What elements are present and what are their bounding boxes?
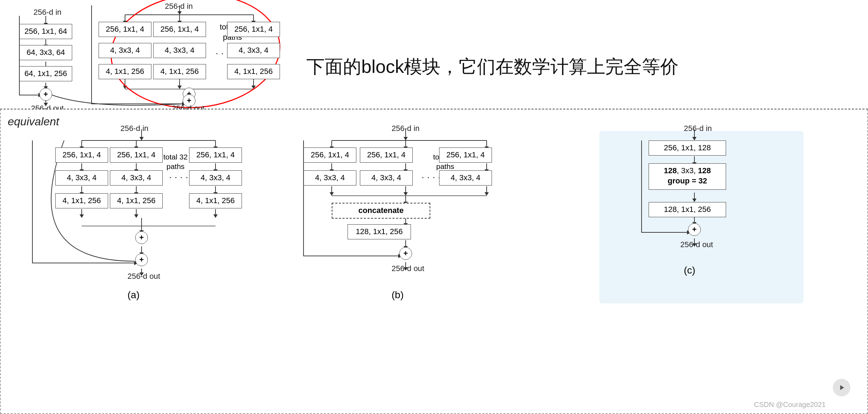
chinese-annotation: 下面的block模块，它们在数学计算上完全等价: [306, 55, 679, 79]
top-rc2-layer1: 256, 1x1, 4: [153, 22, 206, 37]
top-left-layer3: 64, 1x1, 256: [19, 66, 72, 81]
b-label: (b): [392, 289, 404, 301]
b-input-label: 256-d in: [392, 124, 420, 133]
svg-marker-43: [251, 86, 256, 89]
a-c2-l1: 256, 1x1, 4: [110, 148, 163, 163]
top-left-plus: +: [39, 88, 52, 101]
a-c4-l1: 256, 1x1, 4: [189, 148, 242, 163]
svg-marker-106: [485, 192, 489, 196]
c-l2: 128, 3x3, 128 group = 32: [649, 163, 726, 190]
b-c4-l1: 256, 1x1, 4: [439, 148, 492, 163]
play-button[interactable]: [833, 379, 850, 396]
b-c1-l1: 256, 1x1, 4: [304, 148, 356, 163]
b-plus: +: [399, 247, 412, 260]
b-output-label: 256-d out: [392, 264, 424, 273]
top-rc4-layer2: 4, 3x3, 4: [227, 43, 280, 58]
top-rc1-layer1: 256, 1x1, 4: [99, 22, 151, 37]
csdn-watermark: CSDN @Courage2021: [754, 401, 826, 409]
top-right-input-label: 256-d in: [165, 2, 193, 11]
b-c1-l2: 4, 3x3, 4: [304, 170, 356, 186]
a-dots: · · · ·: [169, 171, 188, 183]
a-c1-l3: 4, 1x1, 256: [55, 193, 108, 208]
top-rc1-layer3: 4, 1x1, 256: [99, 64, 151, 79]
b-dots: · · · ·: [421, 171, 441, 183]
a-c1-l2: 4, 3x3, 4: [55, 170, 108, 186]
c-bg: [599, 131, 804, 303]
top-rc2-layer3: 4, 1x1, 256: [153, 64, 206, 79]
a-total-paths: total 32 paths: [163, 152, 188, 171]
a-c2-l3: 4, 1x1, 256: [110, 193, 163, 208]
b-c2-l1: 256, 1x1, 4: [360, 148, 413, 163]
a-c1-l1: 256, 1x1, 4: [55, 148, 108, 163]
svg-marker-87: [404, 137, 408, 140]
a-c4-l3: 4, 1x1, 256: [189, 193, 242, 208]
b-c2-l2: 4, 3x3, 4: [360, 170, 413, 186]
svg-marker-102: [404, 192, 408, 196]
a-input-label: 256-d in: [120, 124, 149, 133]
a-c4-l2: 4, 3x3, 4: [189, 170, 242, 186]
bottom-section: equivalent: [0, 109, 868, 414]
top-left-layer1: 256, 1x1, 64: [19, 24, 72, 39]
svg-marker-51: [139, 137, 144, 140]
equivalent-label: equivalent: [8, 115, 59, 128]
a-outer-plus: +: [135, 253, 148, 266]
a-c2-l2: 4, 3x3, 4: [110, 170, 163, 186]
c-input-label: 256-d in: [684, 124, 712, 133]
main-container: 256-d in 256, 1x1, 64 64, 3x3, 64 64, 1x…: [0, 0, 868, 414]
svg-marker-12: [177, 11, 182, 15]
b-c4-l2: 4, 3x3, 4: [439, 170, 492, 186]
svg-marker-70: [134, 214, 138, 218]
svg-marker-64: [80, 214, 84, 218]
a-label: (a): [127, 289, 139, 301]
c-label: (c): [684, 265, 695, 276]
svg-marker-39: [123, 86, 127, 89]
top-rc2-layer2: 4, 3x3, 4: [153, 43, 206, 58]
a-inner-plus: +: [135, 231, 148, 244]
b-concatenate: concatenate: [332, 203, 430, 219]
top-rc4-layer1: 256, 1x1, 4: [227, 22, 280, 37]
top-rc1-layer2: 4, 3x3, 4: [99, 43, 151, 58]
c-l1: 256, 1x1, 128: [649, 140, 726, 156]
c-l3: 128, 1x1, 256: [649, 202, 726, 217]
top-rc4-layer3: 4, 1x1, 256: [227, 64, 280, 79]
top-left-layer2: 64, 3x3, 64: [19, 45, 72, 60]
svg-marker-41: [177, 86, 182, 89]
top-left-input-label: 256-d in: [33, 8, 62, 17]
svg-marker-128: [840, 385, 844, 390]
c-output-label: 256-d out: [680, 240, 713, 249]
c-plus: +: [688, 223, 701, 236]
a-output-label: 256-d out: [127, 272, 160, 281]
svg-marker-76: [213, 214, 218, 218]
svg-marker-98: [330, 192, 334, 196]
b-final-layer: 128, 1x1, 256: [348, 224, 411, 239]
